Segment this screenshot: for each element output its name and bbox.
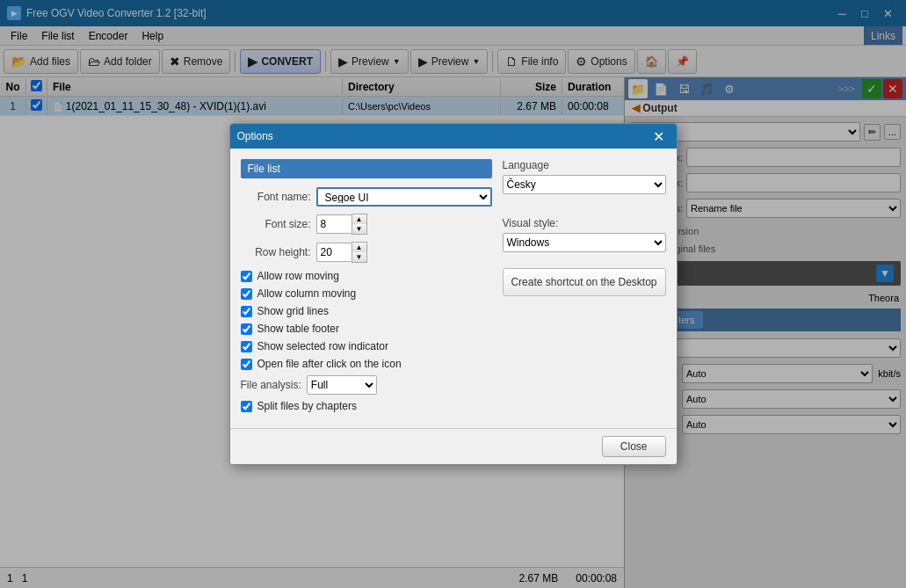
split-files-checkbox[interactable] [241, 401, 252, 412]
open-file-after-click-checkbox[interactable] [241, 359, 252, 370]
dialog-close-button[interactable]: ✕ [649, 126, 670, 147]
dialog-footer: Close [230, 428, 677, 464]
language-label: Language [503, 159, 666, 171]
dialog-left: File list Font name: Segoe UI Font size:… [241, 159, 492, 417]
font-name-label: Font name: [241, 191, 311, 203]
font-size-down-button[interactable]: ▼ [352, 224, 366, 234]
dialog-body: File list Font name: Segoe UI Font size:… [230, 149, 677, 428]
modal-overlay: Options ✕ File list Font name: Segoe UI … [0, 0, 906, 588]
font-size-label: Font size: [241, 218, 311, 230]
row-height-up-button[interactable]: ▲ [352, 243, 366, 252]
row-height-down-button[interactable]: ▼ [352, 252, 366, 262]
open-file-after-click-label[interactable]: Open file after click on the icon [257, 358, 402, 370]
create-shortcut-button[interactable]: Create shortcut on the Desktop [503, 268, 666, 296]
language-section: Language Česky English German French [503, 159, 666, 194]
language-select[interactable]: Česky English German French [503, 175, 666, 194]
font-size-input[interactable]: 8 [316, 214, 352, 234]
file-list-section-header: File list [241, 159, 492, 178]
font-name-select[interactable]: Segoe UI [316, 187, 492, 207]
allow-row-moving-checkbox[interactable] [241, 271, 252, 282]
dialog-title-bar: Options ✕ [230, 124, 677, 149]
checkbox-show-row-indicator: Show selected row indicator [241, 340, 492, 352]
show-row-indicator-checkbox[interactable] [241, 341, 252, 352]
checkbox-allow-column-moving: Allow column moving [241, 287, 492, 300]
visual-style-section: Visual style: Windows Classic Dark [503, 217, 666, 252]
file-analysis-select[interactable]: Full Fast None [307, 375, 377, 395]
show-table-footer-checkbox[interactable] [241, 323, 252, 335]
font-size-spinner-buttons: ▲ ▼ [352, 214, 367, 235]
font-size-row: Font size: 8 ▲ ▼ [241, 214, 492, 235]
font-name-row: Font name: Segoe UI [241, 187, 492, 207]
row-height-spinner-buttons: ▲ ▼ [352, 242, 367, 263]
checkbox-split-files: Split files by chapters [241, 400, 492, 412]
allow-column-moving-checkbox[interactable] [241, 288, 252, 300]
checkbox-show-grid-lines: Show grid lines [241, 305, 492, 317]
visual-style-label: Visual style: [503, 217, 666, 229]
font-size-spinner: 8 ▲ ▼ [316, 214, 367, 235]
font-size-up-button[interactable]: ▲ [352, 214, 366, 224]
allow-row-moving-label[interactable]: Allow row moving [257, 270, 339, 282]
options-dialog: Options ✕ File list Font name: Segoe UI … [229, 123, 678, 465]
file-analysis-label: File analysis: [241, 379, 301, 391]
row-height-spinner: 20 ▲ ▼ [316, 242, 367, 263]
split-files-label[interactable]: Split files by chapters [257, 400, 357, 412]
dialog-right: Language Česky English German French Vis… [503, 159, 666, 417]
show-table-footer-label[interactable]: Show table footer [257, 323, 339, 335]
show-row-indicator-label[interactable]: Show selected row indicator [257, 340, 388, 352]
show-grid-lines-checkbox[interactable] [241, 306, 252, 317]
checkbox-open-file-after-click: Open file after click on the icon [241, 358, 492, 370]
row-height-row: Row height: 20 ▲ ▼ [241, 242, 492, 263]
dialog-close-action-button[interactable]: Close [602, 436, 666, 457]
checkbox-allow-row-moving: Allow row moving [241, 270, 492, 282]
dialog-title: Options [237, 130, 273, 142]
row-height-input[interactable]: 20 [316, 243, 352, 262]
allow-column-moving-label[interactable]: Allow column moving [257, 287, 357, 300]
checkbox-show-table-footer: Show table footer [241, 323, 492, 335]
visual-style-select[interactable]: Windows Classic Dark [503, 233, 666, 252]
show-grid-lines-label[interactable]: Show grid lines [257, 305, 329, 317]
row-height-label: Row height: [241, 246, 311, 258]
file-analysis-row: File analysis: Full Fast None [241, 375, 492, 395]
